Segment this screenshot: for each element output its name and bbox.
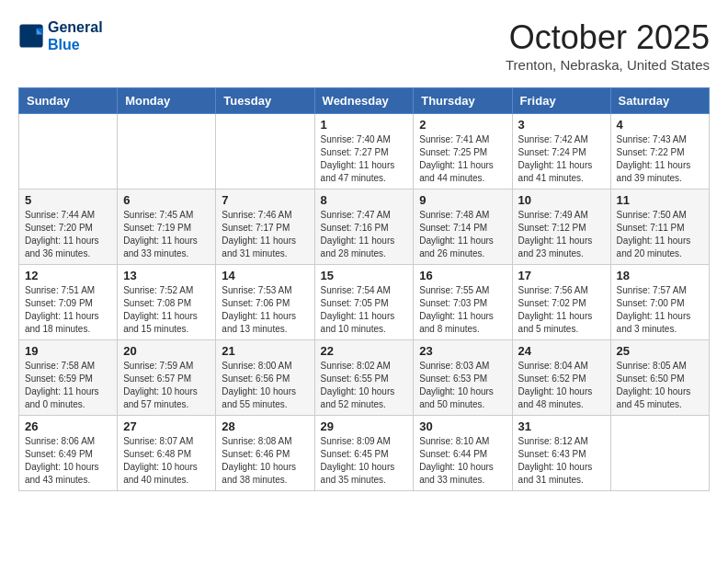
day-number: 2 — [419, 118, 506, 132]
week-row-3: 12Sunrise: 7:51 AM Sunset: 7:09 PM Dayli… — [19, 265, 710, 340]
day-info: Sunrise: 7:46 AM Sunset: 7:17 PM Dayligh… — [222, 209, 308, 260]
day-cell: 28Sunrise: 8:08 AM Sunset: 6:46 PM Dayli… — [216, 416, 314, 491]
day-cell: 18Sunrise: 7:57 AM Sunset: 7:00 PM Dayli… — [610, 265, 709, 340]
day-info: Sunrise: 8:06 AM Sunset: 6:49 PM Dayligh… — [25, 435, 111, 487]
column-header-monday: Monday — [118, 88, 216, 114]
day-cell: 17Sunrise: 7:56 AM Sunset: 7:02 PM Dayli… — [512, 265, 610, 340]
day-cell: 31Sunrise: 8:12 AM Sunset: 6:43 PM Dayli… — [512, 416, 610, 491]
day-number: 3 — [518, 118, 605, 132]
day-number: 29 — [321, 419, 408, 433]
day-number: 27 — [123, 419, 210, 433]
day-info: Sunrise: 7:59 AM Sunset: 6:57 PM Dayligh… — [123, 360, 210, 411]
day-info: Sunrise: 8:07 AM Sunset: 6:48 PM Dayligh… — [123, 435, 210, 487]
day-number: 21 — [222, 344, 308, 358]
location: Trenton, Nebraska, United States — [506, 57, 710, 73]
column-header-thursday: Thursday — [414, 88, 512, 114]
day-number: 9 — [419, 193, 506, 207]
day-number: 12 — [25, 269, 111, 282]
day-info: Sunrise: 8:04 AM Sunset: 6:52 PM Dayligh… — [518, 360, 605, 411]
day-cell: 13Sunrise: 7:52 AM Sunset: 7:08 PM Dayli… — [118, 265, 216, 340]
day-info: Sunrise: 7:50 AM Sunset: 7:11 PM Dayligh… — [617, 209, 703, 260]
day-cell: 12Sunrise: 7:51 AM Sunset: 7:09 PM Dayli… — [19, 265, 118, 340]
day-info: Sunrise: 7:51 AM Sunset: 7:09 PM Dayligh… — [25, 284, 111, 336]
day-cell: 9Sunrise: 7:48 AM Sunset: 7:14 PM Daylig… — [414, 190, 512, 265]
day-cell: 20Sunrise: 7:59 AM Sunset: 6:57 PM Dayli… — [118, 340, 216, 416]
month-title: October 2025 — [506, 18, 710, 57]
day-cell: 11Sunrise: 7:50 AM Sunset: 7:11 PM Dayli… — [610, 190, 709, 265]
day-cell: 24Sunrise: 8:04 AM Sunset: 6:52 PM Dayli… — [512, 340, 610, 416]
day-cell: 1Sunrise: 7:40 AM Sunset: 7:27 PM Daylig… — [314, 114, 414, 190]
day-number: 19 — [25, 344, 111, 358]
column-header-sunday: Sunday — [19, 88, 118, 114]
day-cell: 6Sunrise: 7:45 AM Sunset: 7:19 PM Daylig… — [118, 190, 216, 265]
day-cell: 30Sunrise: 8:10 AM Sunset: 6:44 PM Dayli… — [414, 416, 512, 491]
day-cell: 2Sunrise: 7:41 AM Sunset: 7:25 PM Daylig… — [414, 114, 512, 190]
day-cell: 21Sunrise: 8:00 AM Sunset: 6:56 PM Dayli… — [216, 340, 314, 416]
day-info: Sunrise: 8:00 AM Sunset: 6:56 PM Dayligh… — [222, 360, 308, 411]
day-number: 24 — [518, 344, 605, 358]
day-cell: 26Sunrise: 8:06 AM Sunset: 6:49 PM Dayli… — [19, 416, 118, 491]
day-cell: 22Sunrise: 8:02 AM Sunset: 6:55 PM Dayli… — [314, 340, 414, 416]
day-cell: 3Sunrise: 7:42 AM Sunset: 7:24 PM Daylig… — [512, 114, 610, 190]
day-number: 17 — [518, 269, 605, 282]
day-number: 20 — [123, 344, 210, 358]
day-info: Sunrise: 7:45 AM Sunset: 7:19 PM Dayligh… — [123, 209, 210, 260]
week-row-4: 19Sunrise: 7:58 AM Sunset: 6:59 PM Dayli… — [19, 340, 710, 416]
day-number: 14 — [222, 269, 308, 282]
logo-text: General Blue — [48, 18, 103, 53]
day-cell: 27Sunrise: 8:07 AM Sunset: 6:48 PM Dayli… — [118, 416, 216, 491]
week-row-2: 5Sunrise: 7:44 AM Sunset: 7:20 PM Daylig… — [19, 190, 710, 265]
day-number: 16 — [419, 269, 506, 282]
day-info: Sunrise: 8:08 AM Sunset: 6:46 PM Dayligh… — [222, 435, 308, 487]
day-cell: 25Sunrise: 8:05 AM Sunset: 6:50 PM Dayli… — [610, 340, 709, 416]
day-number: 30 — [419, 419, 506, 433]
day-info: Sunrise: 7:44 AM Sunset: 7:20 PM Dayligh… — [25, 209, 111, 260]
day-info: Sunrise: 8:10 AM Sunset: 6:44 PM Dayligh… — [419, 435, 506, 487]
day-cell: 4Sunrise: 7:43 AM Sunset: 7:22 PM Daylig… — [610, 114, 709, 190]
day-cell: 7Sunrise: 7:46 AM Sunset: 7:17 PM Daylig… — [216, 190, 314, 265]
day-number: 18 — [617, 269, 703, 282]
day-info: Sunrise: 7:56 AM Sunset: 7:02 PM Dayligh… — [518, 284, 605, 336]
day-number: 28 — [222, 419, 308, 433]
day-number: 8 — [321, 193, 408, 207]
day-info: Sunrise: 7:40 AM Sunset: 7:27 PM Dayligh… — [321, 133, 408, 185]
day-cell: 23Sunrise: 8:03 AM Sunset: 6:53 PM Dayli… — [414, 340, 512, 416]
column-header-friday: Friday — [512, 88, 610, 114]
svg-rect-0 — [19, 25, 42, 48]
logo: General Blue — [18, 18, 103, 53]
day-cell: 14Sunrise: 7:53 AM Sunset: 7:06 PM Dayli… — [216, 265, 314, 340]
day-cell: 29Sunrise: 8:09 AM Sunset: 6:45 PM Dayli… — [314, 416, 414, 491]
day-number: 25 — [617, 344, 703, 358]
day-info: Sunrise: 7:48 AM Sunset: 7:14 PM Dayligh… — [419, 209, 506, 260]
day-info: Sunrise: 8:02 AM Sunset: 6:55 PM Dayligh… — [321, 360, 408, 411]
day-number: 31 — [518, 419, 605, 433]
day-number: 7 — [222, 193, 308, 207]
day-info: Sunrise: 7:41 AM Sunset: 7:25 PM Dayligh… — [419, 133, 506, 185]
day-cell: 10Sunrise: 7:49 AM Sunset: 7:12 PM Dayli… — [512, 190, 610, 265]
day-info: Sunrise: 7:47 AM Sunset: 7:16 PM Dayligh… — [321, 209, 408, 260]
day-info: Sunrise: 7:58 AM Sunset: 6:59 PM Dayligh… — [25, 360, 111, 411]
column-header-wednesday: Wednesday — [314, 88, 414, 114]
day-cell: 5Sunrise: 7:44 AM Sunset: 7:20 PM Daylig… — [19, 190, 118, 265]
title-block: October 2025 Trenton, Nebraska, United S… — [506, 18, 710, 73]
day-headers-row: SundayMondayTuesdayWednesdayThursdayFrid… — [19, 88, 710, 114]
day-number: 15 — [321, 269, 408, 282]
day-cell — [19, 114, 118, 190]
page-header: General Blue October 2025 Trenton, Nebra… — [18, 18, 710, 73]
day-info: Sunrise: 8:09 AM Sunset: 6:45 PM Dayligh… — [321, 435, 408, 487]
day-info: Sunrise: 7:54 AM Sunset: 7:05 PM Dayligh… — [321, 284, 408, 336]
column-header-saturday: Saturday — [610, 88, 709, 114]
day-info: Sunrise: 8:12 AM Sunset: 6:43 PM Dayligh… — [518, 435, 605, 487]
day-info: Sunrise: 7:52 AM Sunset: 7:08 PM Dayligh… — [123, 284, 210, 336]
day-number: 23 — [419, 344, 506, 358]
day-info: Sunrise: 7:57 AM Sunset: 7:00 PM Dayligh… — [617, 284, 703, 336]
day-cell: 15Sunrise: 7:54 AM Sunset: 7:05 PM Dayli… — [314, 265, 414, 340]
day-number: 26 — [25, 419, 111, 433]
day-info: Sunrise: 7:53 AM Sunset: 7:06 PM Dayligh… — [222, 284, 308, 336]
day-number: 22 — [321, 344, 408, 358]
day-number: 1 — [321, 118, 408, 132]
day-info: Sunrise: 7:55 AM Sunset: 7:03 PM Dayligh… — [419, 284, 506, 336]
day-cell — [610, 416, 709, 491]
day-info: Sunrise: 7:43 AM Sunset: 7:22 PM Dayligh… — [617, 133, 703, 185]
day-cell: 16Sunrise: 7:55 AM Sunset: 7:03 PM Dayli… — [414, 265, 512, 340]
